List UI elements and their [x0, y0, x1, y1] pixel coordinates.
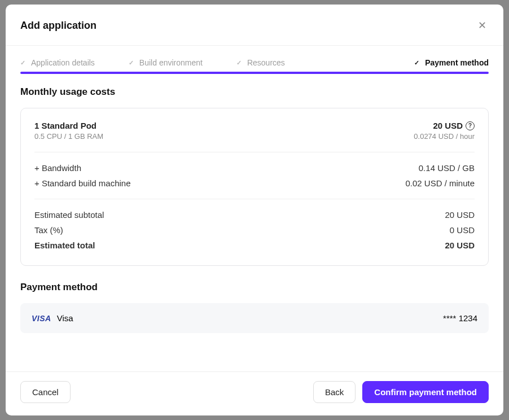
subtotal-label: Estimated subtotal	[34, 210, 104, 220]
subtotal-value: 20 USD	[445, 210, 475, 220]
check-icon: ✓	[414, 59, 419, 67]
section-title-payment: Payment method	[20, 282, 489, 293]
cost-row-subtotal: Estimated subtotal 20 USD	[34, 207, 475, 222]
visa-icon: VISA	[32, 314, 51, 323]
tax-label: Tax (%)	[34, 225, 63, 235]
add-application-modal: Add application ✕ ✓ Application details …	[6, 5, 503, 415]
pod-spec: 0.5 CPU / 1 GB RAM	[34, 132, 103, 141]
modal-content: Monthly usage costs 1 Standard Pod 0.5 C…	[6, 74, 503, 371]
bandwidth-price: 0.14 USD / GB	[419, 163, 475, 173]
close-button[interactable]: ✕	[476, 18, 489, 33]
total-value: 20 USD	[445, 240, 475, 250]
pod-price-value: 20 USD	[433, 121, 463, 130]
step-label: Application details	[31, 58, 95, 67]
bandwidth-label: + Bandwidth	[34, 163, 81, 173]
pod-price: 20 USD ?	[433, 121, 475, 130]
cost-row-build: + Standard build machine 0.02 USD / minu…	[34, 176, 475, 191]
confirm-button[interactable]: Confirm payment method	[362, 381, 489, 403]
section-title-costs: Monthly usage costs	[20, 86, 489, 98]
total-label: Estimated total	[34, 240, 95, 250]
check-icon: ✓	[129, 59, 134, 67]
payment-brand: Visa	[57, 313, 73, 323]
help-icon[interactable]: ?	[466, 121, 475, 130]
step-build-environment[interactable]: ✓ Build environment	[129, 58, 203, 67]
divider	[34, 199, 475, 199]
divider	[34, 152, 475, 152]
modal-header: Add application ✕	[6, 5, 503, 46]
back-button[interactable]: Back	[313, 381, 356, 403]
modal-footer: Cancel Back Confirm payment method	[6, 371, 503, 415]
step-label: Resources	[247, 58, 285, 67]
step-payment-method[interactable]: ✓ Payment method	[414, 58, 489, 67]
stepper: ✓ Application details ✓ Build environmen…	[6, 46, 503, 74]
tax-value: 0 USD	[450, 225, 475, 235]
close-icon: ✕	[478, 20, 486, 31]
modal-title: Add application	[20, 20, 96, 32]
cost-card: 1 Standard Pod 0.5 CPU / 1 GB RAM 20 USD…	[20, 108, 489, 266]
build-label: + Standard build machine	[34, 178, 131, 188]
check-icon: ✓	[236, 59, 242, 67]
step-label: Build environment	[139, 58, 203, 67]
check-icon: ✓	[20, 59, 25, 67]
cost-row-total: Estimated total 20 USD	[34, 238, 475, 253]
step-label: Payment method	[425, 58, 489, 67]
cost-row-bandwidth: + Bandwidth 0.14 USD / GB	[34, 160, 475, 176]
cost-row-tax: Tax (%) 0 USD	[34, 222, 475, 238]
payment-method-card[interactable]: VISA Visa **** 1234	[20, 303, 489, 333]
cancel-button[interactable]: Cancel	[20, 381, 71, 403]
pod-hourly: 0.0274 USD / hour	[414, 132, 475, 141]
build-price: 0.02 USD / minute	[405, 178, 475, 188]
step-application-details[interactable]: ✓ Application details	[20, 58, 95, 67]
cost-row-pod: 1 Standard Pod 0.5 CPU / 1 GB RAM 20 USD…	[34, 121, 475, 144]
pod-label: 1 Standard Pod	[34, 121, 103, 130]
payment-last4: **** 1234	[443, 313, 477, 323]
payment-left: VISA Visa	[32, 313, 73, 323]
step-resources[interactable]: ✓ Resources	[236, 58, 285, 67]
